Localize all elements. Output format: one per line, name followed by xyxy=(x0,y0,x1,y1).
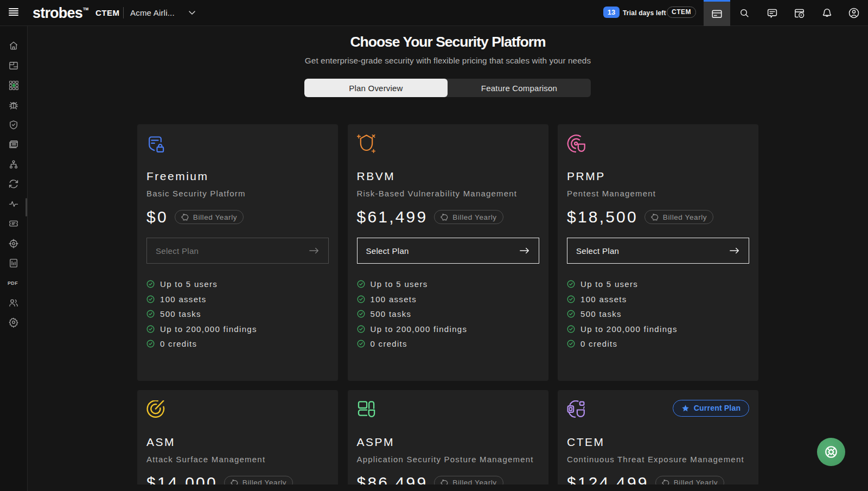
svg-text:PDF: PDF xyxy=(8,280,18,286)
